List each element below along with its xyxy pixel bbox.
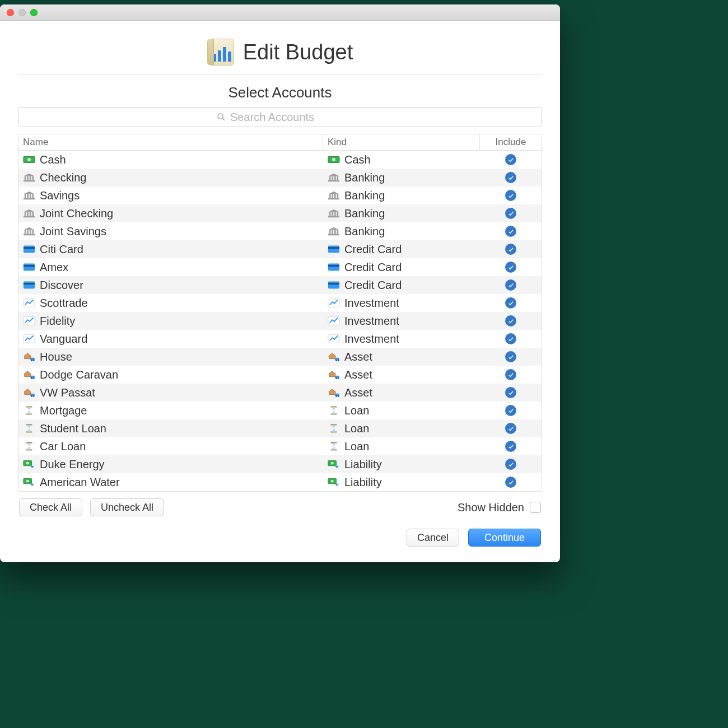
include-checkbox[interactable] xyxy=(505,441,516,452)
show-hidden-checkbox[interactable] xyxy=(530,502,541,513)
cell-kind: Asset xyxy=(323,384,480,402)
cell-name: Mortgage xyxy=(18,402,323,419)
account-kind: Banking xyxy=(344,171,385,184)
bank-icon xyxy=(328,172,340,183)
include-checkbox[interactable] xyxy=(505,387,516,398)
table-row[interactable]: Joint CheckingBanking xyxy=(18,204,542,222)
bank-icon xyxy=(23,208,35,218)
include-checkbox[interactable] xyxy=(505,351,516,362)
account-kind: Credit Card xyxy=(344,279,402,292)
dialog-window: Edit Budget Select Accounts Name Kind In… xyxy=(0,4,560,562)
cell-kind: Credit Card xyxy=(323,276,480,294)
invest-icon xyxy=(328,334,340,344)
account-name: Student Loan xyxy=(40,422,106,435)
table-row[interactable]: Student LoanLoan xyxy=(18,419,542,437)
cell-kind: Banking xyxy=(323,222,480,240)
table-row[interactable]: VanguardInvestment xyxy=(18,330,542,348)
loan-icon xyxy=(23,441,35,451)
cell-include xyxy=(480,169,542,186)
search-input[interactable] xyxy=(229,110,343,124)
cell-name: Car Loan xyxy=(18,437,323,455)
table-row[interactable]: American WaterLiability xyxy=(18,473,542,491)
cell-include xyxy=(480,222,542,240)
window-close-button[interactable] xyxy=(7,9,14,16)
table-row[interactable]: CashCash xyxy=(18,151,542,169)
dialog-content: Edit Budget Select Accounts Name Kind In… xyxy=(0,21,560,562)
include-checkbox[interactable] xyxy=(505,477,516,488)
search-icon xyxy=(217,113,226,122)
table-header-row: Name Kind Include xyxy=(18,134,542,151)
cell-include xyxy=(480,437,542,455)
cell-name: Vanguard xyxy=(18,330,323,348)
table-row[interactable]: AmexCredit Card xyxy=(18,258,542,276)
column-kind[interactable]: Kind xyxy=(323,134,480,150)
asset-icon xyxy=(23,352,35,362)
bank-icon xyxy=(23,190,35,200)
continue-button[interactable]: Continue xyxy=(468,529,541,547)
cell-kind: Loan xyxy=(323,419,480,437)
cell-kind: Loan xyxy=(323,437,480,455)
table-row[interactable]: Dodge CaravanAsset xyxy=(18,366,542,384)
window-traffic-lights xyxy=(7,9,38,16)
cancel-button[interactable]: Cancel xyxy=(407,529,459,547)
include-checkbox[interactable] xyxy=(505,172,516,183)
cell-include xyxy=(480,204,542,222)
loan-icon xyxy=(328,405,340,416)
cell-kind: Banking xyxy=(323,169,480,186)
cell-include xyxy=(480,384,542,402)
table-row[interactable]: SavingsBanking xyxy=(18,186,542,204)
include-checkbox[interactable] xyxy=(505,423,516,434)
search-field[interactable] xyxy=(18,107,542,127)
cell-kind: Investment xyxy=(323,312,480,330)
loan-icon xyxy=(328,423,340,433)
table-row[interactable]: FidelityInvestment xyxy=(18,312,542,330)
invest-icon xyxy=(328,316,340,326)
include-checkbox[interactable] xyxy=(505,459,516,470)
card-icon xyxy=(328,244,340,254)
table-row[interactable]: Citi CardCredit Card xyxy=(18,240,542,258)
include-checkbox[interactable] xyxy=(505,244,516,255)
cell-include xyxy=(480,240,542,258)
uncheck-all-button[interactable]: Uncheck All xyxy=(90,498,164,516)
cell-include xyxy=(480,348,542,366)
table-row[interactable]: CheckingBanking xyxy=(18,169,542,186)
include-checkbox[interactable] xyxy=(505,208,516,219)
include-checkbox[interactable] xyxy=(505,226,516,237)
table-row[interactable]: Joint SavingsBanking xyxy=(18,222,542,240)
include-checkbox[interactable] xyxy=(505,315,516,326)
table-row[interactable]: DiscoverCredit Card xyxy=(18,276,542,294)
include-checkbox[interactable] xyxy=(505,190,516,201)
asset-icon xyxy=(328,352,340,362)
column-include[interactable]: Include xyxy=(480,134,542,150)
bank-icon xyxy=(23,226,35,236)
account-kind: Loan xyxy=(344,440,370,453)
window-minimize-button[interactable] xyxy=(18,9,26,16)
include-checkbox[interactable] xyxy=(505,405,516,416)
show-hidden-option[interactable]: Show Hidden xyxy=(458,501,541,514)
check-all-button[interactable]: Check All xyxy=(19,498,82,516)
account-name: Fidelity xyxy=(40,315,75,328)
asset-icon xyxy=(328,370,340,380)
liability-icon xyxy=(328,477,340,487)
table-row[interactable]: ScottradeInvestment xyxy=(18,294,542,312)
invest-icon xyxy=(23,316,35,326)
cell-include xyxy=(480,419,542,437)
include-checkbox[interactable] xyxy=(505,279,516,291)
table-row[interactable]: Duke EnergyLiability xyxy=(18,455,542,473)
table-row[interactable]: VW PassatAsset xyxy=(18,384,542,402)
table-row[interactable]: HouseAsset xyxy=(18,348,542,366)
loan-icon xyxy=(328,441,340,451)
account-name: Citi Card xyxy=(40,243,83,256)
include-checkbox[interactable] xyxy=(505,262,516,273)
include-checkbox[interactable] xyxy=(505,154,516,165)
include-checkbox[interactable] xyxy=(505,333,516,344)
include-checkbox[interactable] xyxy=(505,297,516,309)
cell-include xyxy=(480,330,542,348)
table-row[interactable]: MortgageLoan xyxy=(18,402,542,419)
cell-name: Discover xyxy=(18,276,323,294)
account-name: Discover xyxy=(40,279,83,292)
include-checkbox[interactable] xyxy=(505,369,516,380)
column-name[interactable]: Name xyxy=(18,134,323,150)
table-row[interactable]: Car LoanLoan xyxy=(18,437,542,455)
window-zoom-button[interactable] xyxy=(30,9,38,16)
